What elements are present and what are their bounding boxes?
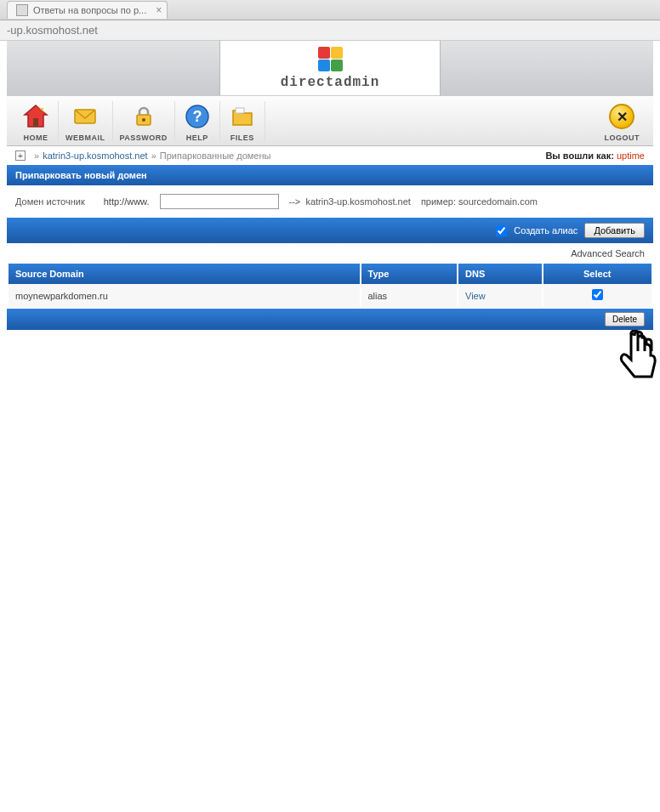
- section-park-title: Припарковать новый домен: [7, 165, 653, 185]
- login-label: Вы вошли как:: [545, 150, 614, 161]
- col-source[interactable]: Source Domain: [9, 264, 360, 284]
- nav-logout[interactable]: LOGOUT: [598, 101, 647, 142]
- nav-home-label: HOME: [24, 133, 48, 142]
- login-user: uptime: [617, 150, 645, 161]
- logout-icon: [606, 101, 637, 132]
- breadcrumb-sep: »: [34, 150, 39, 161]
- create-alias-checkbox[interactable]: [496, 225, 507, 236]
- cell-dns: View: [458, 284, 542, 307]
- header: directadmin: [7, 41, 653, 95]
- action-bar: Создать алиас Добавить: [7, 218, 653, 243]
- help-icon: ?: [182, 101, 213, 132]
- cell-source: moynewparkdomen.ru: [9, 284, 360, 307]
- mail-icon: [70, 101, 100, 132]
- nav-logout-label: LOGOUT: [605, 133, 640, 142]
- svg-text:?: ?: [192, 108, 202, 125]
- login-info: Вы вошли как: uptime: [545, 150, 645, 161]
- example-text: пример: sourcedomain.com: [421, 196, 538, 207]
- create-alias-label: Создать алиас: [514, 225, 578, 236]
- logo-text: directadmin: [281, 75, 380, 90]
- source-domain-input[interactable]: [160, 194, 279, 209]
- breadcrumb: + » katrin3-up.kosmohost.net » Припарков…: [7, 146, 653, 165]
- breadcrumb-link[interactable]: katrin3-up.kosmohost.net: [43, 150, 148, 161]
- nav-help[interactable]: ? HELP: [175, 101, 220, 142]
- url-prefix: http://www.: [104, 196, 150, 207]
- browser-tab[interactable]: Ответы на вопросы по р... ×: [7, 1, 168, 19]
- logo-panel: directadmin: [219, 41, 441, 95]
- col-type[interactable]: Type: [361, 264, 458, 284]
- breadcrumb-current: Припаркованные домены: [160, 150, 271, 161]
- nav-home[interactable]: HOME: [14, 101, 59, 142]
- delete-button[interactable]: Delete: [605, 312, 645, 327]
- view-link[interactable]: View: [465, 291, 486, 301]
- svg-rect-8: [236, 108, 244, 113]
- nav-files-label: FILES: [230, 133, 254, 142]
- browser-tab-bar: Ответы на вопросы по р... ×: [0, 0, 660, 20]
- cell-type: alias: [361, 284, 458, 307]
- nav-bar: HOME WEBMAIL PASSWORD ? HELP FILES: [7, 95, 653, 146]
- col-select[interactable]: Select: [543, 264, 652, 284]
- close-tab-icon[interactable]: ×: [156, 4, 162, 16]
- tab-favicon: [16, 4, 28, 16]
- svg-rect-1: [33, 118, 38, 127]
- svg-point-5: [142, 118, 145, 122]
- lock-icon: [128, 101, 159, 132]
- home-icon: [20, 101, 51, 132]
- arrow-label: --> katrin3-up.kosmohost.net: [289, 196, 411, 207]
- domains-table: Source Domain Type DNS Select moynewpark…: [7, 264, 653, 307]
- nav-webmail[interactable]: WEBMAIL: [59, 101, 113, 142]
- table-footer-bar: Delete: [7, 309, 653, 330]
- nav-webmail-label: WEBMAIL: [65, 133, 105, 142]
- source-label: Домен источник: [15, 196, 85, 207]
- nav-files[interactable]: FILES: [220, 101, 265, 142]
- address-bar[interactable]: -up.kosmohost.net: [0, 20, 660, 41]
- add-button[interactable]: Добавить: [584, 223, 645, 238]
- source-domain-form: Домен источник http://www. --> katrin3-u…: [7, 185, 653, 218]
- breadcrumb-sep: »: [151, 150, 156, 161]
- tab-title: Ответы на вопросы по р...: [33, 5, 146, 15]
- advanced-search-row: Advanced Search: [7, 243, 653, 264]
- advanced-search-link[interactable]: Advanced Search: [571, 248, 645, 258]
- expand-icon[interactable]: +: [15, 150, 26, 161]
- nav-password[interactable]: PASSWORD: [113, 101, 175, 142]
- nav-help-label: HELP: [186, 133, 208, 142]
- table-row: moynewparkdomen.ru alias View: [9, 284, 651, 307]
- row-select-checkbox[interactable]: [592, 289, 603, 300]
- nav-password-label: PASSWORD: [120, 133, 168, 142]
- logo-icon: [318, 47, 343, 71]
- col-dns[interactable]: DNS: [458, 264, 542, 284]
- files-icon: [227, 101, 258, 132]
- cell-select: [543, 284, 652, 307]
